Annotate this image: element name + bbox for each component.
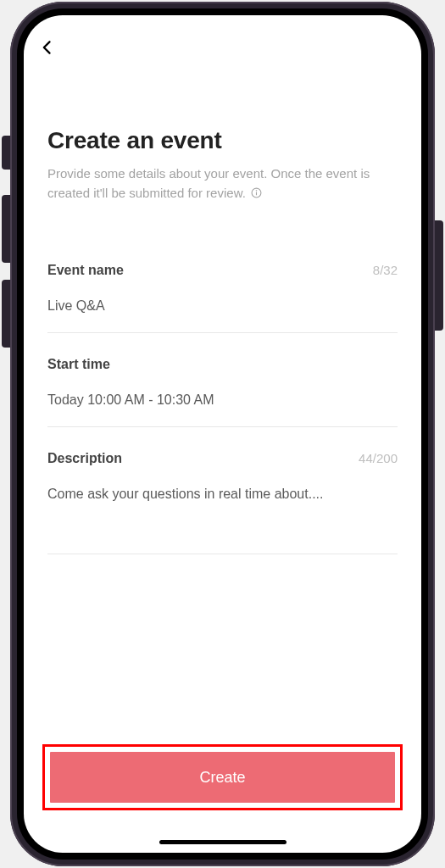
svg-point-2 [256,190,257,191]
phone-volume-up [2,195,10,263]
event-name-label: Event name [47,263,124,278]
content: Create an event Provide some details abo… [24,59,421,744]
page-subtitle: Provide some details about your event. O… [47,164,398,203]
screen: Create an event Provide some details abo… [24,15,421,853]
event-name-field[interactable]: Event name 8/32 Live Q&A [47,263,398,333]
phone-silent-switch [2,136,10,170]
back-icon[interactable] [39,39,59,59]
header [24,15,421,59]
start-time-field[interactable]: Start time Today 10:00 AM - 10:30 AM [47,357,398,427]
description-counter: 44/200 [359,451,398,465]
description-value[interactable]: Come ask your questions in real time abo… [47,487,398,554]
phone-frame: Create an event Provide some details abo… [10,2,435,866]
event-name-value[interactable]: Live Q&A [47,298,398,333]
page-title: Create an event [47,127,398,154]
event-name-counter: 8/32 [373,263,398,277]
phone-volume-down [2,280,10,348]
create-button-label: Create [199,769,245,787]
description-label: Description [47,451,122,466]
phone-inner: Create an event Provide some details abo… [17,8,428,860]
info-icon[interactable] [251,185,262,204]
start-time-label: Start time [47,357,110,372]
create-button[interactable]: Create [50,752,395,803]
subtitle-text: Provide some details about your event. O… [47,166,370,200]
annotation-highlight: Create [42,744,403,810]
home-indicator[interactable] [159,840,286,844]
start-time-value[interactable]: Today 10:00 AM - 10:30 AM [47,392,398,427]
form: Event name 8/32 Live Q&A Start time Toda… [47,263,398,554]
phone-power-button [435,220,443,331]
description-field[interactable]: Description 44/200 Come ask your questio… [47,451,398,554]
footer: Create [24,744,421,853]
